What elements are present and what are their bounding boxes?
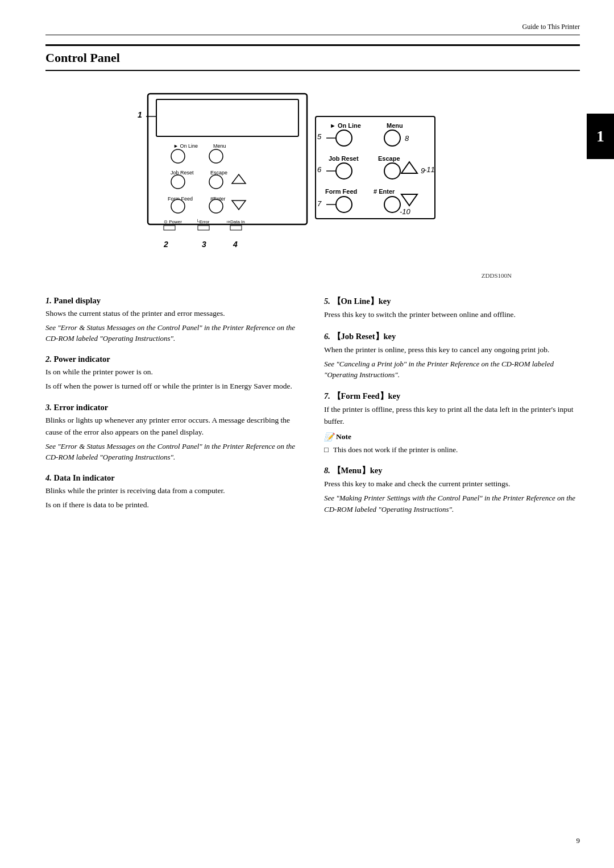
svg-rect-20	[198, 226, 209, 230]
item6-text2: See "Canceling a Print job" in the Print…	[324, 358, 580, 381]
svg-text:-10: -10	[400, 207, 411, 216]
svg-marker-49	[401, 194, 417, 206]
item6-text1: When the printer is online, press this k…	[324, 344, 580, 356]
svg-text:6: 6	[317, 165, 322, 174]
svg-text:5: 5	[317, 132, 322, 141]
svg-point-14	[209, 199, 223, 213]
item5-text1: Press this key to switch the printer bet…	[324, 309, 580, 321]
svg-rect-51	[316, 116, 435, 219]
svg-point-5	[209, 149, 223, 163]
svg-text:► On Line: ► On Line	[330, 122, 361, 129]
svg-rect-1	[156, 99, 298, 136]
svg-text:# Enter: # Enter	[374, 188, 395, 195]
item2-text2: Is off when the power is turned off or w…	[45, 381, 301, 393]
svg-point-39	[384, 163, 400, 179]
item-panel-display: 1. Panel display Shows the current statu…	[45, 296, 301, 344]
control-panel-diagram: ► On Line Menu Job Reset Escape Form Fee…	[114, 82, 512, 276]
svg-text:-11: -11	[424, 165, 435, 174]
item3-text2: See "Error & Status Messages on the Cont…	[45, 441, 301, 463]
svg-text:4: 4	[233, 240, 238, 249]
svg-rect-19	[164, 226, 175, 230]
svg-point-38	[336, 163, 352, 179]
svg-text:Escape: Escape	[378, 155, 400, 162]
item2-text1: Is on while the printer power is on.	[45, 366, 301, 378]
diagram-wrapper: ► On Line Menu Job Reset Escape Form Fee…	[114, 82, 512, 282]
svg-point-8	[171, 175, 185, 189]
svg-point-31	[336, 130, 352, 146]
item6-heading: 6. 【Job Reset】key	[324, 331, 580, 342]
right-column: 5. 【On Line】key Press this key to switch…	[324, 296, 580, 525]
item1-heading: 1. Panel display	[45, 296, 301, 306]
page-number: 9	[576, 836, 580, 845]
section-title-bar: Control Panel	[45, 44, 580, 71]
content-columns: 1. Panel display Shows the current statu…	[45, 296, 580, 525]
note-icon: 📝	[324, 432, 334, 442]
svg-text:Escape: Escape	[210, 170, 227, 176]
item4-heading: 4. Data In indicator	[45, 473, 301, 483]
svg-text:Job Reset: Job Reset	[329, 155, 359, 162]
svg-text:└Error: └Error	[196, 219, 210, 224]
item-error-indicator: 3. Error indicator Blinks or lights up w…	[45, 403, 301, 463]
section-title: Control Panel	[45, 51, 120, 65]
item7-text1: If the printer is offline, press this ke…	[324, 404, 580, 428]
header: Guide to This Printer	[45, 23, 580, 35]
svg-text:1: 1	[138, 110, 142, 119]
diagram-area: ► On Line Menu Job Reset Escape Form Fee…	[45, 82, 580, 282]
svg-text:⇒Data In: ⇒Data In	[226, 219, 245, 224]
item3-text1: Blinks or lights up whenever any printer…	[45, 415, 301, 439]
chapter-marker: 1	[587, 114, 614, 159]
item-online-key: 5. 【On Line】key Press this key to switch…	[324, 296, 580, 321]
item8-text1: Press this key to make and check the cur…	[324, 478, 580, 490]
item2-heading: 2. Power indicator	[45, 354, 301, 364]
item-formfeed-key: 7. 【Form Feed】key If the printer is offl…	[324, 391, 580, 455]
item1-text2: See "Error & Status Messages on the Cont…	[45, 322, 301, 344]
item8-text2: See "Making Printer Settings with the Co…	[324, 493, 580, 515]
svg-point-48	[384, 197, 400, 212]
svg-text:7: 7	[317, 199, 322, 208]
item-datain-indicator: 4. Data In indicator Blinks while the pr…	[45, 473, 301, 511]
chapter-number: 1	[596, 127, 604, 145]
page: Guide to This Printer 1 Control Panel ► …	[0, 0, 614, 868]
svg-point-4	[171, 149, 185, 163]
svg-text:Menu: Menu	[213, 143, 226, 149]
svg-marker-40	[401, 162, 417, 173]
svg-text:Form Feed: Form Feed	[325, 188, 357, 195]
item-power-indicator: 2. Power indicator Is on while the print…	[45, 354, 301, 393]
left-column: 1. Panel display Shows the current statu…	[45, 296, 301, 525]
item1-text1: Shows the current status of the printer …	[45, 308, 301, 320]
svg-point-13	[171, 199, 185, 213]
note-label: Note	[336, 432, 351, 441]
note-item1: This does not work if the printer is onl…	[324, 444, 580, 456]
svg-text:► On Line: ► On Line	[173, 143, 198, 149]
svg-text:8: 8	[405, 134, 409, 143]
svg-text:Job Reset: Job Reset	[171, 170, 194, 176]
item-jobreset-key: 6. 【Job Reset】key When the printer is on…	[324, 331, 580, 381]
svg-text:⊙ Power: ⊙ Power	[164, 219, 182, 224]
item3-heading: 3. Error indicator	[45, 403, 301, 412]
item4-text2: Is on if there is data to be printed.	[45, 499, 301, 511]
item4-text1: Blinks while the printer is receiving da…	[45, 485, 301, 497]
svg-text:Menu: Menu	[387, 122, 403, 129]
item5-heading: 5. 【On Line】key	[324, 296, 580, 307]
svg-text:3: 3	[202, 240, 206, 249]
svg-point-47	[336, 197, 352, 212]
item7-heading: 7. 【Form Feed】key	[324, 391, 580, 402]
note-box: 📝 Note This does not work if the printer…	[324, 432, 580, 456]
note-heading: 📝 Note	[324, 432, 580, 442]
item8-heading: 8. 【Menu】key	[324, 465, 580, 476]
svg-rect-21	[230, 226, 242, 230]
item-menu-key: 8. 【Menu】key Press this key to make and …	[324, 465, 580, 515]
svg-point-9	[209, 175, 223, 189]
svg-text:2: 2	[163, 240, 168, 249]
header-title: Guide to This Printer	[522, 23, 580, 31]
svg-point-32	[384, 130, 400, 146]
